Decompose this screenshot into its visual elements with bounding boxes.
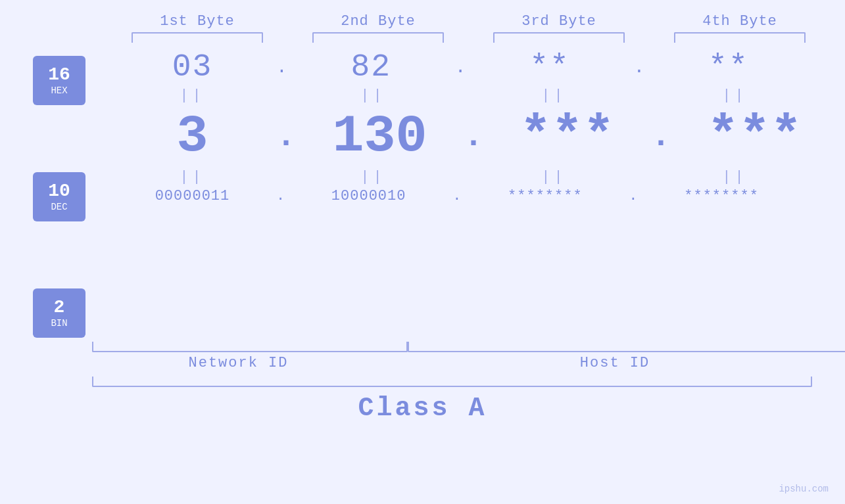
bracket-line-byte4	[674, 32, 806, 43]
full-bracket-container	[0, 377, 845, 387]
dec-data-row: 3 . 130 . *** . ***	[102, 106, 845, 166]
dec-value-3: ***	[519, 106, 614, 166]
eq-cell-2: ||	[283, 87, 464, 104]
bottom-brackets-row	[0, 342, 845, 352]
byte1-header: 1st Byte	[107, 13, 288, 30]
hex-badge: 16 HEX	[33, 56, 85, 105]
hex-data-row: 03 . 82 . ** . **	[102, 49, 845, 85]
dec-cell-3: ***	[477, 106, 658, 166]
dec-value-1: 3	[176, 106, 208, 166]
dec-badge-num: 10	[48, 182, 70, 200]
dec-badge-label: DEC	[51, 202, 67, 212]
hex-badge-num: 16	[48, 66, 70, 84]
bin-badge-label: BIN	[51, 318, 67, 329]
bin-cell-2: 10000010	[278, 188, 459, 204]
watermark: ipshu.com	[779, 484, 829, 494]
eq-row-2: || || || ||	[102, 169, 845, 185]
network-id-label: Network ID	[92, 355, 385, 371]
eq-cell-5: ||	[102, 169, 283, 185]
bracket-line-byte3	[493, 32, 625, 43]
bin-badge-num: 2	[54, 298, 65, 317]
dec-badge: 10 DEC	[33, 172, 85, 221]
eq-cell-6: ||	[283, 169, 464, 185]
hex-cell-2: 82	[281, 49, 462, 85]
hex-value-2: 82	[350, 49, 391, 85]
eq-cell-3: ||	[464, 87, 644, 104]
badges-column: 16 HEX 10 DEC 2 BIN	[33, 56, 89, 338]
byte2-header: 2nd Byte	[288, 13, 469, 30]
bin-badge: 2 BIN	[33, 288, 85, 338]
main-data-section: 16 HEX 10 DEC 2 BIN 03 . 82	[0, 49, 845, 338]
byte-headers-row: 1st Byte 2nd Byte 3rd Byte 4th Byte	[0, 13, 845, 30]
eq-cell-8: ||	[644, 169, 825, 185]
host-bottom-bracket	[408, 342, 845, 352]
bin-data-row: 00000011 . 10000010 . ******** . *******…	[102, 188, 845, 204]
bracket-byte4	[650, 32, 831, 43]
bin-value-3: ********	[508, 188, 583, 204]
dec-cell-2: 130	[289, 106, 470, 166]
host-id-label: Host ID	[385, 355, 845, 371]
bracket-byte3	[469, 32, 650, 43]
byte4-header: 4th Byte	[650, 13, 831, 30]
eq-cell-1: ||	[102, 87, 283, 104]
hex-value-4: **	[708, 49, 749, 85]
eq-cell-7: ||	[464, 169, 644, 185]
dec-cell-4: ***	[664, 106, 845, 166]
dec-value-4: ***	[707, 106, 802, 166]
hex-cell-3: **	[460, 49, 640, 85]
id-labels-row: Network ID Host ID	[0, 355, 845, 371]
eq-row-1: || || || ||	[102, 87, 845, 104]
hex-cell-1: 03	[102, 49, 283, 85]
data-rows-section: 03 . 82 . ** . ** || || || ||	[102, 49, 845, 204]
hex-value-1: 03	[172, 49, 213, 85]
hex-value-3: **	[529, 49, 570, 85]
hex-badge-label: HEX	[51, 85, 67, 96]
main-container: 1st Byte 2nd Byte 3rd Byte 4th Byte 16 H…	[0, 0, 845, 504]
bin-value-1: 00000011	[155, 188, 230, 204]
top-brackets	[0, 32, 845, 43]
bin-value-4: ********	[684, 188, 759, 204]
byte3-header: 3rd Byte	[469, 13, 650, 30]
eq-cell-4: ||	[644, 87, 825, 104]
bin-cell-1: 00000011	[102, 188, 283, 204]
bracket-line-byte1	[132, 32, 263, 43]
class-label: Class A	[358, 394, 487, 423]
dec-cell-1: 3	[102, 106, 283, 166]
hex-cell-4: **	[638, 49, 819, 85]
bin-value-2: 10000010	[331, 188, 406, 204]
full-bottom-bracket	[92, 377, 812, 387]
bracket-byte2	[288, 32, 469, 43]
bracket-byte1	[107, 32, 288, 43]
network-bottom-bracket	[92, 342, 408, 352]
bin-cell-4: ********	[631, 188, 812, 204]
bracket-line-byte2	[312, 32, 444, 43]
bin-cell-3: ********	[454, 188, 635, 204]
dec-value-2: 130	[332, 106, 427, 166]
